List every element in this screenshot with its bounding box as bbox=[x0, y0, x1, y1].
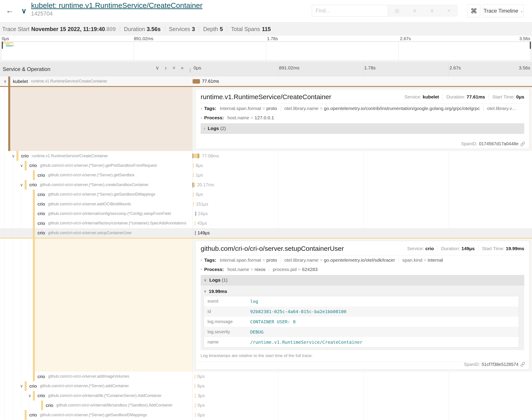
chevron-down-icon[interactable]: ∨ bbox=[11, 151, 16, 161]
span-duration-bar[interactable] bbox=[195, 374, 195, 379]
find-input[interactable] bbox=[312, 5, 388, 16]
span-timeline-cell[interactable]: 3μs bbox=[193, 391, 532, 401]
span-duration-bar[interactable] bbox=[195, 384, 195, 388]
span-name-cell[interactable]: criogithub.com/cri-o/cri-o/server.setupC… bbox=[0, 228, 193, 238]
timeline-column-header: Service & Operation ∨ › » » ∥ 0μs 891.02… bbox=[0, 62, 532, 77]
chevron-down-icon[interactable]: ∨ bbox=[27, 391, 32, 401]
span-duration-bar[interactable] bbox=[193, 79, 200, 84]
span-row[interactable]: ∨criogithub.com/cri-o/cri-o/internal/lib… bbox=[0, 391, 532, 401]
logs-accordion[interactable]: › Logs (2) bbox=[201, 123, 524, 134]
logs-accordion[interactable]: ∨ Logs (1) bbox=[201, 275, 524, 285]
span-row[interactable]: criogithub.com/cri-o/cri-o/server.(*Serv… bbox=[0, 170, 532, 180]
collapse-trace-chevron-icon[interactable]: ∨ bbox=[21, 7, 26, 15]
expand-one-icon[interactable]: › bbox=[165, 62, 167, 74]
span-row[interactable]: criogithub.com/cri-o/cri-o/internal/lib/… bbox=[0, 401, 532, 410]
column-resizer-handle[interactable]: ∥ bbox=[189, 67, 192, 73]
span-name-cell[interactable]: criogithub.com/cri-o/cri-o/server.(*Serv… bbox=[0, 190, 193, 199]
tags-row[interactable]: › Tags: internal.span.format=protootel.l… bbox=[201, 255, 524, 265]
process-row[interactable]: › Process: host.name=127.0.0.1 bbox=[201, 113, 524, 122]
tags-row[interactable]: › Tags: internal.span.format=protootel.l… bbox=[201, 104, 524, 113]
span-row[interactable]: criogithub.com/cri-o/cri-o/server.addOCI… bbox=[0, 199, 532, 209]
span-duration-bar[interactable] bbox=[193, 192, 194, 197]
indent-guide bbox=[4, 199, 5, 209]
span-row[interactable]: ∨criogithub.com/cri-o/cri-o/server.(*Ser… bbox=[0, 381, 532, 391]
span-timeline-cell[interactable]: 20.17ms bbox=[193, 180, 532, 190]
minimap-right-handle[interactable] bbox=[530, 42, 531, 49]
span-name-cell[interactable]: criogithub.com/cri-o/cri-o/internal/conf… bbox=[0, 209, 193, 218]
span-timeline-cell[interactable]: 0μs bbox=[193, 410, 532, 420]
span-row[interactable]: criogithub.com/cri-o/cri-o/server.setupC… bbox=[0, 228, 532, 238]
span-duration-bar[interactable] bbox=[193, 164, 194, 168]
log-entry-header[interactable]: ∨ 19.99ms bbox=[204, 287, 522, 296]
locate-icon[interactable]: ◎ bbox=[395, 8, 399, 14]
span-name-cell[interactable]: ∨criogithub.com/cri-o/cri-o/server.(*Ser… bbox=[0, 161, 193, 170]
minimap-left-handle[interactable] bbox=[2, 42, 3, 49]
expand-all-icon[interactable]: » bbox=[181, 62, 184, 74]
span-duration-bar[interactable] bbox=[195, 231, 196, 235]
span-name-cell[interactable]: ∨criogithub.com/cri-o/cri-o/server.(*Ser… bbox=[0, 381, 193, 391]
span-name-cell[interactable]: ∨crioruntime.v1.RuntimeService/CreateCon… bbox=[0, 151, 193, 161]
span-name-cell[interactable]: criogithub.com/cri-o/cri-o/server.(*Serv… bbox=[0, 170, 193, 180]
operation-name: github.com/cri-o/cri-o/server.(*Server).… bbox=[40, 182, 148, 187]
span-duration-bar[interactable] bbox=[193, 154, 200, 158]
chevron-down-icon[interactable]: ∨ bbox=[19, 381, 24, 391]
chevron-down-icon[interactable]: ∨ bbox=[19, 180, 24, 190]
minimap-span-bar bbox=[3, 42, 14, 44]
service-name: crio bbox=[29, 163, 37, 168]
span-id-row: SpanID: 0174567d17a0448e bbox=[461, 141, 525, 146]
span-duration-bar[interactable] bbox=[193, 183, 195, 187]
span-timeline-cell[interactable]: 149μs bbox=[193, 228, 532, 238]
collapse-all-icon[interactable]: » bbox=[168, 66, 180, 69]
span-duration-bar[interactable] bbox=[195, 403, 196, 407]
span-row[interactable]: ∨criogithub.com/cri-o/cri-o/server.(*Ser… bbox=[0, 161, 532, 170]
span-name-cell[interactable]: criogithub.com/cri-o/cri-o/server.addIma… bbox=[0, 372, 193, 381]
collapse-one-icon[interactable]: ∨ bbox=[155, 62, 159, 74]
span-name-cell[interactable]: ∨kubeletruntime.v1.RuntimeService/Create… bbox=[0, 76, 193, 86]
span-row[interactable]: criogithub.com/cri-o/cri-o/server.(*Serv… bbox=[0, 190, 532, 199]
span-name-cell[interactable]: criogithub.com/cri-o/cri-o/server.(*Serv… bbox=[0, 410, 193, 420]
span-timeline-cell[interactable]: 77.61ms bbox=[193, 76, 532, 86]
link-icon[interactable] bbox=[520, 362, 525, 367]
process-row[interactable]: › Process: host.name=nixosprocess.pid=62… bbox=[201, 265, 524, 274]
span-timeline-cell[interactable]: 1μs bbox=[193, 170, 532, 180]
next-result-icon[interactable]: ∨ bbox=[430, 8, 434, 14]
span-timeline-cell[interactable]: 0μs bbox=[193, 190, 532, 199]
span-name-cell[interactable]: criogithub.com/cri-o/cri-o/internal/lib/… bbox=[0, 401, 193, 410]
span-timeline-cell[interactable]: 151μs bbox=[193, 199, 532, 209]
span-detail-panel: github.com/cri-o/cri-o/server.setupConta… bbox=[193, 239, 532, 372]
span-timeline-cell[interactable]: 43μs bbox=[193, 218, 532, 228]
prev-result-icon[interactable]: ∧ bbox=[413, 8, 417, 14]
span-duration-bar[interactable] bbox=[195, 413, 196, 417]
chevron-down-icon[interactable]: ∨ bbox=[3, 76, 8, 86]
span-name-cell[interactable]: ∨criogithub.com/cri-o/cri-o/server.(*Ser… bbox=[0, 180, 193, 190]
span-timeline-cell[interactable]: 77.08ms bbox=[193, 151, 532, 161]
span-timeline-cell[interactable]: 8μs bbox=[193, 161, 532, 170]
clear-find-icon[interactable]: × bbox=[447, 8, 451, 14]
back-arrow-icon[interactable]: ← bbox=[6, 6, 14, 15]
span-timeline-cell[interactable]: 0μs bbox=[193, 372, 532, 381]
span-timeline-cell[interactable]: 24μs bbox=[193, 209, 532, 218]
span-duration-bar[interactable] bbox=[193, 173, 194, 177]
keyboard-shortcuts-button[interactable]: ⌘ bbox=[468, 4, 480, 17]
span-duration-bar[interactable] bbox=[196, 211, 196, 216]
span-row[interactable]: criogithub.com/cri-o/cri-o/internal/conf… bbox=[0, 209, 532, 218]
span-name-cell[interactable]: criogithub.com/cri-o/cri-o/internal/fact… bbox=[0, 218, 193, 228]
span-duration-bar[interactable] bbox=[195, 221, 195, 225]
span-timeline-cell[interactable]: 0μs bbox=[193, 401, 532, 410]
span-name-cell[interactable]: ∨criogithub.com/cri-o/cri-o/internal/lib… bbox=[0, 391, 193, 401]
span-duration-bar[interactable] bbox=[195, 394, 196, 398]
span-name-cell[interactable]: criogithub.com/cri-o/cri-o/server.addOCI… bbox=[0, 199, 193, 209]
chevron-down-icon[interactable]: ∨ bbox=[19, 161, 24, 170]
span-row[interactable]: ∨crioruntime.v1.RuntimeService/CreateCon… bbox=[0, 151, 532, 161]
link-icon[interactable] bbox=[520, 141, 525, 146]
span-row[interactable]: criogithub.com/cri-o/cri-o/internal/fact… bbox=[0, 218, 532, 228]
span-row[interactable]: criogithub.com/cri-o/cri-o/server.addIma… bbox=[0, 372, 532, 381]
span-row[interactable]: criogithub.com/cri-o/cri-o/server.(*Serv… bbox=[0, 410, 532, 420]
span-timeline-cell[interactable]: 6μs bbox=[193, 381, 532, 391]
span-row[interactable]: ∨criogithub.com/cri-o/cri-o/server.(*Ser… bbox=[0, 180, 532, 190]
trace-title-link[interactable]: kubelet: runtime.v1.RuntimeService/Creat… bbox=[31, 1, 203, 10]
view-selector-button[interactable]: Trace Timeline ⌄ bbox=[483, 4, 524, 17]
span-row[interactable]: ∨kubeletruntime.v1.RuntimeService/Create… bbox=[0, 76, 532, 86]
minimap-canvas[interactable] bbox=[1, 42, 531, 61]
span-duration-bar[interactable] bbox=[193, 202, 194, 206]
